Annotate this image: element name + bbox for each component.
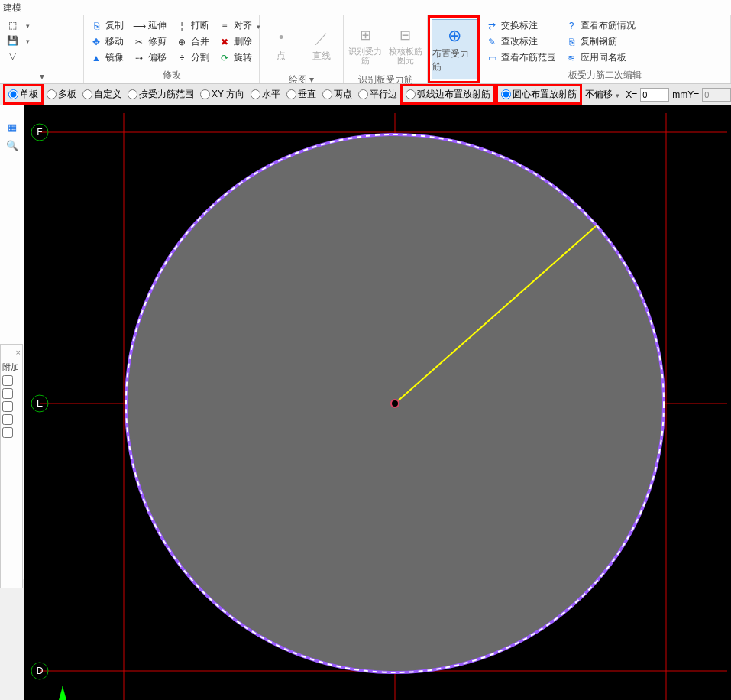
trim-button[interactable]: ✂修剪: [131, 34, 168, 49]
title-bar: 建模: [0, 0, 731, 15]
opt-horizontal[interactable]: 水平: [247, 88, 283, 101]
extend-button[interactable]: ⟶延伸: [131, 18, 168, 33]
view-status-button[interactable]: ?查看布筋情况: [564, 18, 637, 33]
svg-point-10: [391, 400, 399, 407]
search-icon[interactable]: 🔍: [6, 139, 18, 151]
edit-icon: ✎: [486, 36, 498, 48]
copy-icon: ⎘: [90, 20, 102, 32]
rotate-button[interactable]: ⟳旋转: [217, 50, 262, 65]
opt-center-radial[interactable]: 圆心布置放射筋: [496, 84, 582, 105]
place-rebar-button[interactable]: ⊕ 布置受力筋: [432, 19, 477, 79]
rotate-icon: ⟳: [218, 52, 231, 64]
copy-button[interactable]: ⎘复制: [89, 18, 125, 33]
opt-by-rebar-range[interactable]: 按受力筋范围: [125, 88, 197, 101]
merge-icon: ⊕: [176, 36, 188, 48]
offset-button[interactable]: ⇢偏移: [131, 50, 168, 65]
swap-icon: ⇄: [486, 20, 498, 32]
axis-label-E: E: [37, 398, 43, 409]
offset-dropdown[interactable]: 不偏移: [582, 88, 623, 101]
break-icon: ¦: [176, 20, 188, 32]
save-entity-button[interactable]: 💾: [5, 34, 79, 47]
recognize-rebar-button[interactable]: ⊞识别受力筋: [348, 18, 383, 72]
recognize-icon: ⊞: [355, 25, 375, 45]
filter-entity-button[interactable]: ▽: [5, 49, 79, 63]
axis-label-D: D: [37, 666, 44, 676]
side-check-3[interactable]: [2, 401, 13, 412]
mirror-button[interactable]: ▲镜像: [89, 50, 125, 65]
opt-multi-board[interactable]: 多板: [44, 88, 79, 101]
side-panel-label: 附加: [2, 361, 21, 373]
point-button[interactable]: •点: [264, 18, 299, 72]
y-input: [702, 88, 731, 102]
layer-icon: ⬚: [6, 19, 18, 31]
side-panel: × 附加: [0, 344, 23, 588]
axis-label-F: F: [37, 127, 42, 138]
modify-group-label: 修改: [89, 69, 254, 82]
line-icon: ／: [312, 28, 332, 48]
mirror-icon: ▲: [90, 52, 102, 64]
merge-button[interactable]: ⊕合并: [174, 34, 211, 49]
place-rebar-icon: ⊕: [445, 26, 464, 46]
line-button[interactable]: ／直线: [305, 18, 339, 72]
trim-icon: ✂: [133, 36, 145, 48]
opt-two-point[interactable]: 两点: [319, 88, 355, 101]
nav-icon[interactable]: ▦: [6, 121, 18, 133]
opt-custom[interactable]: 自定义: [79, 88, 125, 101]
options-bar: 单板 多板 自定义 按受力筋范围 XY 方向 水平 垂直 两点 平行边 弧线边布…: [0, 84, 731, 105]
ribbon: ⬚ 💾 ▽ ▾ ⎘复制 ✥移动 ▲镜像 ⟶延伸 ✂修剪 ⇢偏移 ¦: [0, 15, 731, 84]
edit2-group-label: 板受力筋二次编辑: [484, 69, 726, 82]
side-close-icon[interactable]: ×: [16, 348, 21, 357]
break-button[interactable]: ¦打断: [174, 18, 211, 33]
split-button[interactable]: ÷分割: [174, 50, 211, 65]
status-icon: ?: [565, 20, 577, 32]
side-check-4[interactable]: [2, 414, 13, 425]
copy-rebar-icon: ⎘: [565, 36, 577, 48]
side-check-2[interactable]: [2, 388, 13, 399]
split-icon: ÷: [176, 52, 188, 64]
align-icon: ≡: [218, 20, 231, 32]
drawing-canvas[interactable]: F E D: [24, 105, 731, 700]
draw-group-label: 绘图 ▾: [264, 73, 338, 86]
copy-rebar-button[interactable]: ⎘复制钢筋: [564, 34, 637, 49]
apply-icon: ≋: [565, 52, 577, 64]
swap-annot-button[interactable]: ⇄交换标注: [484, 18, 558, 33]
delete-button[interactable]: ✖删除: [217, 34, 262, 49]
layer-dropdown[interactable]: ⬚: [5, 18, 79, 32]
extend-icon: ⟶: [133, 20, 145, 32]
point-icon: •: [271, 28, 291, 48]
verify-rebar-button[interactable]: ⊟校核板筋图元: [389, 18, 423, 72]
save-icon: 💾: [6, 34, 18, 47]
opt-single-board[interactable]: 单板: [3, 84, 44, 105]
opt-parallel-edge[interactable]: 平行边: [355, 88, 400, 101]
edit-annot-button[interactable]: ✎查改标注: [484, 34, 558, 49]
filter-icon: ▽: [6, 50, 18, 62]
opt-arc-radial[interactable]: 弧线边布置放射筋: [400, 84, 496, 105]
offset-icon: ⇢: [133, 52, 145, 64]
side-check-5[interactable]: [2, 427, 13, 438]
view-range-button[interactable]: ▭查看布筋范围: [484, 50, 558, 65]
align-button[interactable]: ≡对齐: [217, 18, 262, 33]
side-check-1[interactable]: [2, 375, 13, 386]
x-input[interactable]: [640, 88, 669, 102]
delete-icon: ✖: [218, 36, 231, 48]
opt-xy[interactable]: XY 方向: [197, 88, 247, 101]
apply-same-button[interactable]: ≋应用同名板: [564, 50, 637, 65]
opt-vertical[interactable]: 垂直: [283, 88, 319, 101]
range-icon: ▭: [486, 52, 498, 64]
move-button[interactable]: ✥移动: [89, 34, 125, 49]
verify-icon: ⊟: [396, 25, 416, 45]
move-icon: ✥: [90, 36, 102, 48]
